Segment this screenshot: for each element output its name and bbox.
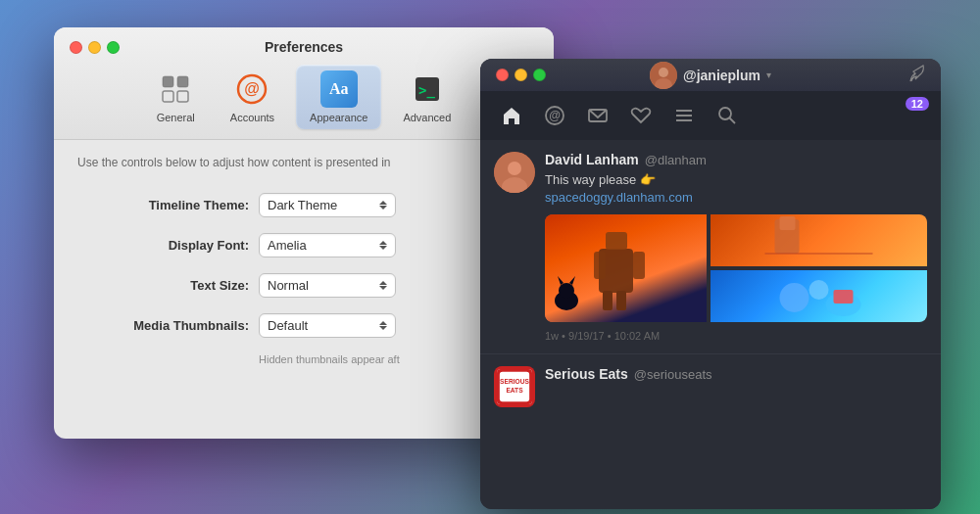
svg-rect-0 <box>163 76 173 87</box>
svg-rect-24 <box>606 232 627 250</box>
display-font-label: Display Font: <box>77 238 249 253</box>
prefs-description: Use the controls below to adjust how con… <box>77 156 530 169</box>
prefs-title: Preferences <box>265 39 343 55</box>
maximize-button[interactable] <box>107 41 120 54</box>
dropdown-arrow-icon: ▾ <box>766 70 771 80</box>
svg-marker-32 <box>569 276 575 285</box>
select-chevron-icon <box>379 241 387 250</box>
tweet-images-right <box>710 214 927 322</box>
svg-point-9 <box>659 68 668 77</box>
svg-rect-34 <box>780 216 796 230</box>
tweet-row: David Lanham @dlanham This way please 👉 … <box>480 140 941 354</box>
toolbar-label-accounts: Accounts <box>230 112 274 123</box>
text-size-row: Text Size: Normal <box>77 273 530 298</box>
serious-eats-logo-text: SERIOUS EATS <box>497 369 532 404</box>
preferences-window: Preferences General @ <box>54 27 554 439</box>
timeline-theme-value: Dark Theme <box>268 198 337 212</box>
twitter-user-info[interactable]: @janieplum ▾ <box>650 62 771 89</box>
serious-eats-body: Serious Eats @seriouseats <box>545 366 927 407</box>
tweet-text: This way please 👉 spacedoggy.dlanham.com <box>545 171 927 207</box>
twitter-navbar: @ 12 <box>480 91 941 140</box>
serious-eats-header: Serious Eats @seriouseats <box>545 366 927 382</box>
tweet-avatar <box>494 152 535 193</box>
tweet-link[interactable]: spacedoggy.dlanham.com <box>545 190 693 205</box>
svg-text:SERIOUS: SERIOUS <box>500 379 529 386</box>
svg-rect-1 <box>177 76 188 87</box>
close-button[interactable] <box>70 41 82 54</box>
nav-home-icon[interactable] <box>492 99 531 132</box>
text-size-label: Text Size: <box>77 278 249 293</box>
select-chevron-icon <box>379 321 387 330</box>
svg-rect-27 <box>603 291 612 310</box>
twitter-feed[interactable]: David Lanham @dlanham This way please 👉 … <box>480 140 941 509</box>
feather-icon[interactable] <box>907 64 927 87</box>
timeline-theme-select[interactable]: Dark Theme <box>259 193 396 217</box>
nav-search-icon[interactable] <box>708 99 747 132</box>
svg-point-37 <box>809 280 829 300</box>
notification-badge: 12 <box>906 97 929 111</box>
media-thumbnails-select[interactable]: Default <box>259 313 396 338</box>
tweet-image-top-right <box>710 214 927 266</box>
twitter-titlebar: @janieplum ▾ <box>480 59 941 91</box>
general-icon <box>157 70 194 108</box>
user-avatar <box>650 62 677 89</box>
tweet-author-handle: @dlanham <box>645 153 707 167</box>
nav-lists-icon[interactable] <box>664 99 704 132</box>
svg-point-36 <box>780 283 809 312</box>
twitter-close-button[interactable] <box>496 69 509 81</box>
toolbar-item-advanced[interactable]: >_ Advanced <box>389 65 465 129</box>
toolbar-item-general[interactable]: General <box>143 65 209 129</box>
nav-favorites-icon[interactable] <box>621 99 661 132</box>
toolbar-label-advanced: Advanced <box>403 112 451 123</box>
display-font-value: Amelia <box>268 238 307 253</box>
nav-mentions-icon[interactable]: @ <box>535 99 574 132</box>
prefs-titlebar: Preferences General @ <box>54 27 554 140</box>
serious-eats-logo: SERIOUS EATS <box>494 366 535 407</box>
username-label: @janieplum <box>683 68 760 83</box>
serious-eats-name: Serious Eats <box>545 366 628 382</box>
traffic-lights <box>70 41 120 54</box>
media-thumbnails-value: Default <box>268 318 308 333</box>
svg-rect-39 <box>834 290 854 304</box>
tweet-timestamp: 1w • 9/19/17 • 10:02 AM <box>545 330 927 342</box>
tweet-author-name: David Lanham <box>545 152 639 167</box>
twitter-minimize-button[interactable] <box>514 69 527 81</box>
twitter-traffic-lights <box>496 69 546 81</box>
display-font-row: Display Font: Amelia <box>77 233 530 257</box>
svg-text:EATS: EATS <box>506 387 523 394</box>
text-size-select[interactable]: Normal <box>259 273 396 298</box>
minimize-button[interactable] <box>88 41 101 54</box>
serious-eats-handle: @seriouseats <box>634 367 712 382</box>
svg-text:@: @ <box>549 109 561 122</box>
tweet-header: David Lanham @dlanham <box>545 152 927 167</box>
twitter-window: @janieplum ▾ @ <box>480 59 941 509</box>
toolbar: General @ Accounts Aa Appearance <box>143 65 466 139</box>
hint-text: Hidden thumbnails appear aft <box>77 353 530 365</box>
tweet-image-bottom-right <box>710 270 927 322</box>
toolbar-item-appearance[interactable]: Aa Appearance <box>296 65 381 129</box>
svg-point-18 <box>719 108 731 119</box>
timeline-theme-label: Timeline Theme: <box>77 198 249 212</box>
svg-marker-31 <box>558 276 564 285</box>
svg-rect-25 <box>594 252 606 279</box>
timeline-theme-row: Timeline Theme: Dark Theme <box>77 193 530 217</box>
tweet-images <box>545 214 927 322</box>
svg-text:>_: >_ <box>418 82 435 99</box>
text-size-value: Normal <box>268 278 309 293</box>
svg-point-30 <box>559 283 574 299</box>
select-chevron-icon <box>379 201 387 210</box>
svg-rect-3 <box>177 91 188 102</box>
svg-rect-2 <box>163 91 173 102</box>
display-font-select[interactable]: Amelia <box>259 233 396 257</box>
svg-line-19 <box>730 118 736 124</box>
accounts-icon: @ <box>233 70 270 108</box>
svg-text:@: @ <box>245 80 261 97</box>
svg-point-21 <box>508 162 521 175</box>
toolbar-item-accounts[interactable]: @ Accounts <box>217 65 288 129</box>
toolbar-label-appearance: Appearance <box>310 112 368 123</box>
nav-messages-icon[interactable] <box>578 99 617 132</box>
media-thumbnails-row: Media Thumbnails: Default <box>77 313 530 338</box>
twitter-maximize-button[interactable] <box>533 69 546 81</box>
tweet-body: David Lanham @dlanham This way please 👉 … <box>545 152 927 342</box>
select-chevron-icon <box>379 281 387 290</box>
